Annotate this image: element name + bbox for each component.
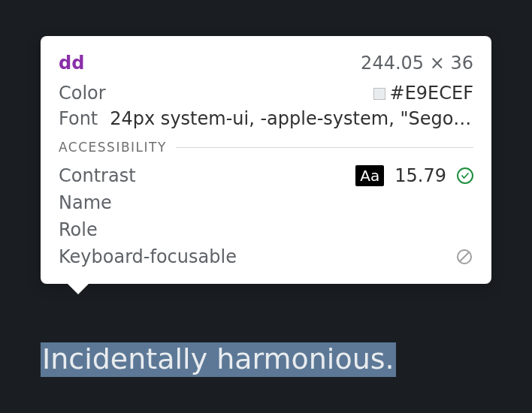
accessibility-section-header: ACCESSIBILITY bbox=[59, 140, 473, 155]
contrast-label: Contrast bbox=[59, 165, 136, 186]
section-divider bbox=[176, 147, 473, 148]
contrast-value: 15.79 bbox=[394, 165, 446, 186]
tooltip-header-row: dd 244.05 × 36 bbox=[59, 50, 473, 77]
not-applicable-icon bbox=[455, 248, 473, 266]
element-dimensions: 244.05 × 36 bbox=[361, 53, 473, 74]
keyboard-row: Keyboard-focusable bbox=[59, 243, 473, 270]
contrast-row: Contrast Aa 15.79 bbox=[59, 162, 473, 189]
role-row: Role bbox=[59, 216, 473, 243]
contrast-aa-badge: Aa bbox=[355, 165, 384, 186]
element-tag-name: dd bbox=[59, 53, 84, 74]
keyboard-label: Keyboard-focusable bbox=[59, 246, 237, 267]
contrast-value-group: Aa 15.79 bbox=[355, 165, 473, 186]
font-label: Font bbox=[59, 108, 98, 129]
color-value-wrapper: #E9ECEF bbox=[373, 83, 473, 104]
color-label: Color bbox=[59, 83, 106, 104]
element-inspector-tooltip: dd 244.05 × 36 Color #E9ECEF Font 24px s… bbox=[41, 36, 491, 284]
color-value: #E9ECEF bbox=[390, 83, 473, 104]
inspected-element-highlight: Incidentally harmonious. bbox=[41, 342, 396, 377]
font-row: Font 24px system-ui, -apple-system, "Seg… bbox=[59, 108, 473, 129]
color-row: Color #E9ECEF bbox=[59, 80, 473, 107]
font-value: 24px system-ui, -apple-system, "Segoe… bbox=[110, 108, 473, 129]
color-swatch-icon bbox=[373, 88, 385, 100]
role-label: Role bbox=[59, 219, 98, 240]
name-row: Name bbox=[59, 189, 473, 216]
svg-line-1 bbox=[460, 252, 470, 262]
check-circle-icon bbox=[457, 167, 473, 184]
accessibility-title: ACCESSIBILITY bbox=[59, 140, 167, 155]
name-label: Name bbox=[59, 192, 112, 213]
